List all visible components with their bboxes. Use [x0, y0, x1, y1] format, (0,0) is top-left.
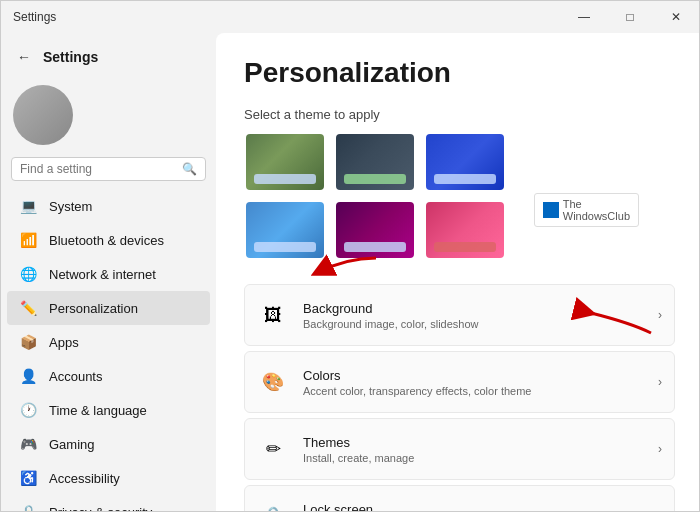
colors-icon: 🎨	[257, 366, 289, 398]
settings-item-title-themes: Themes	[303, 435, 658, 450]
page-title: Personalization	[244, 57, 675, 89]
theme-bar-3	[434, 174, 496, 184]
settings-item-text-background: Background Background image, color, slid…	[303, 301, 658, 330]
theme-preview-2	[336, 134, 414, 190]
background-icon: 🖼	[257, 299, 289, 331]
settings-item-text-lock-screen: Lock screen Lock screen images, apps, an…	[303, 502, 658, 512]
theme-preview-4	[246, 202, 324, 258]
chevron-icon-themes: ›	[658, 442, 662, 456]
settings-item-colors[interactable]: 🎨 Colors Accent color, transparency effe…	[244, 351, 675, 413]
sidebar-header: ← Settings	[1, 37, 216, 81]
theme-section-label: Select a theme to apply	[244, 107, 675, 122]
personalization-icon: ✏️	[19, 299, 37, 317]
sidebar-item-privacy[interactable]: 🔒 Privacy & security	[7, 495, 210, 511]
back-button[interactable]: ←	[13, 45, 35, 69]
theme-thumb-6[interactable]	[424, 200, 506, 260]
sidebar-item-label-privacy: Privacy & security	[49, 505, 152, 512]
sidebar-app-title: Settings	[43, 49, 98, 65]
avatar	[13, 85, 73, 145]
settings-item-title-background: Background	[303, 301, 658, 316]
titlebar: Settings — □ ✕	[1, 1, 699, 33]
search-input[interactable]	[20, 162, 176, 176]
theme-grid	[244, 132, 675, 260]
sidebar-item-bluetooth[interactable]: 📶 Bluetooth & devices	[7, 223, 210, 257]
window-title: Settings	[13, 10, 56, 24]
settings-item-title-colors: Colors	[303, 368, 658, 383]
chevron-icon-lock-screen: ›	[658, 509, 662, 511]
lock-screen-icon: 🔒	[257, 500, 289, 511]
sidebar-item-label-personalization: Personalization	[49, 301, 138, 316]
theme-preview-1	[246, 134, 324, 190]
settings-item-lock-screen[interactable]: 🔒 Lock screen Lock screen images, apps, …	[244, 485, 675, 511]
main-content: Personalization Select a theme to apply	[216, 33, 699, 511]
theme-bar-2	[344, 174, 406, 184]
apps-icon: 📦	[19, 333, 37, 351]
privacy-icon: 🔒	[19, 503, 37, 511]
window-controls: — □ ✕	[561, 1, 699, 33]
theme-thumb-2[interactable]	[334, 132, 416, 192]
settings-list: 🖼 Background Background image, color, sl…	[244, 284, 675, 511]
sidebar-item-label-accounts: Accounts	[49, 369, 102, 384]
accounts-icon: 👤	[19, 367, 37, 385]
theme-bar-4	[254, 242, 316, 252]
sidebar-item-accounts[interactable]: 👤 Accounts	[7, 359, 210, 393]
settings-item-text-themes: Themes Install, create, manage	[303, 435, 658, 464]
user-avatar-area	[1, 81, 216, 157]
theme-bar-6	[434, 242, 496, 252]
chevron-icon-background: ›	[658, 308, 662, 322]
settings-window: Settings — □ ✕ ← Settings 🔍 💻	[0, 0, 700, 512]
themes-icon: ✏	[257, 433, 289, 465]
minimize-button[interactable]: —	[561, 1, 607, 33]
theme-preview-3	[426, 134, 504, 190]
search-box[interactable]: 🔍	[11, 157, 206, 181]
sidebar-item-network[interactable]: 🌐 Network & internet	[7, 257, 210, 291]
settings-item-title-lock-screen: Lock screen	[303, 502, 658, 512]
settings-item-desc-colors: Accent color, transparency effects, colo…	[303, 385, 658, 397]
sidebar-item-label-apps: Apps	[49, 335, 79, 350]
theme-thumb-5[interactable]	[334, 200, 416, 260]
time-icon: 🕐	[19, 401, 37, 419]
accessibility-icon: ♿	[19, 469, 37, 487]
sidebar-item-apps[interactable]: 📦 Apps	[7, 325, 210, 359]
sidebar-item-label-gaming: Gaming	[49, 437, 95, 452]
sidebar-item-label-time: Time & language	[49, 403, 147, 418]
chevron-icon-colors: ›	[658, 375, 662, 389]
sidebar: ← Settings 🔍 💻 System 📶 Bluetooth & devi…	[1, 33, 216, 511]
settings-item-desc-background: Background image, color, slideshow	[303, 318, 658, 330]
sidebar-item-label-system: System	[49, 199, 92, 214]
settings-item-background[interactable]: 🖼 Background Background image, color, sl…	[244, 284, 675, 346]
sidebar-item-system[interactable]: 💻 System	[7, 189, 210, 223]
sidebar-nav: 💻 System 📶 Bluetooth & devices 🌐 Network…	[1, 189, 216, 511]
search-icon: 🔍	[182, 162, 197, 176]
settings-item-text-colors: Colors Accent color, transparency effect…	[303, 368, 658, 397]
theme-thumb-1[interactable]	[244, 132, 326, 192]
settings-item-desc-themes: Install, create, manage	[303, 452, 658, 464]
theme-bar-1	[254, 174, 316, 184]
network-icon: 🌐	[19, 265, 37, 283]
theme-preview-5	[336, 202, 414, 258]
theme-thumb-4[interactable]	[244, 200, 326, 260]
theme-thumb-3[interactable]	[424, 132, 506, 192]
sidebar-item-accessibility[interactable]: ♿ Accessibility	[7, 461, 210, 495]
theme-preview-6	[426, 202, 504, 258]
sidebar-item-personalization[interactable]: ✏️ Personalization	[7, 291, 210, 325]
close-button[interactable]: ✕	[653, 1, 699, 33]
content-area: ← Settings 🔍 💻 System 📶 Bluetooth & devi…	[1, 33, 699, 511]
sidebar-item-label-network: Network & internet	[49, 267, 156, 282]
gaming-icon: 🎮	[19, 435, 37, 453]
sidebar-item-gaming[interactable]: 🎮 Gaming	[7, 427, 210, 461]
bluetooth-icon: 📶	[19, 231, 37, 249]
theme-bar-5	[344, 242, 406, 252]
sidebar-item-time[interactable]: 🕐 Time & language	[7, 393, 210, 427]
sidebar-item-label-bluetooth: Bluetooth & devices	[49, 233, 164, 248]
system-icon: 💻	[19, 197, 37, 215]
maximize-button[interactable]: □	[607, 1, 653, 33]
settings-item-themes[interactable]: ✏ Themes Install, create, manage ›	[244, 418, 675, 480]
sidebar-item-label-accessibility: Accessibility	[49, 471, 120, 486]
